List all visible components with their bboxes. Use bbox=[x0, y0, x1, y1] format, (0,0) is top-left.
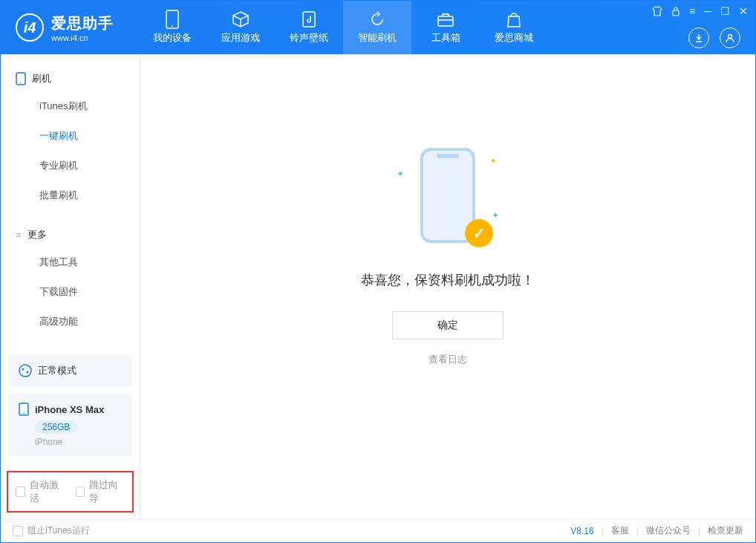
check-icon: ✓ bbox=[465, 219, 493, 247]
close-icon[interactable]: ✕ bbox=[739, 5, 748, 17]
svg-point-1 bbox=[172, 25, 173, 27]
sidebar-header-flash: 刷机 bbox=[1, 66, 140, 91]
body: 刷机 iTunes刷机 一键刷机 专业刷机 批量刷机 ≡ 更多 其他工具 下载固… bbox=[1, 54, 755, 518]
device-icon bbox=[163, 10, 181, 28]
svg-point-7 bbox=[20, 82, 22, 84]
mode-label: 正常模式 bbox=[38, 364, 76, 377]
footer: 阻止iTunes运行 V8.16 | 客服 | 微信公众号 | 检查更新 bbox=[1, 518, 755, 542]
nav-label: 智能刷机 bbox=[358, 31, 397, 45]
svg-rect-3 bbox=[438, 16, 453, 26]
svg-rect-4 bbox=[673, 10, 679, 16]
sidebar-item-itunes[interactable]: iTunes刷机 bbox=[1, 91, 140, 121]
support-link[interactable]: 客服 bbox=[611, 524, 629, 537]
bag-icon bbox=[505, 10, 523, 28]
logo: i4 爱思助手 www.i4.cn bbox=[1, 1, 138, 54]
svg-point-5 bbox=[729, 35, 732, 39]
titlebar-actions bbox=[688, 27, 740, 48]
version-label: V8.16 bbox=[570, 526, 593, 536]
lock-icon[interactable] bbox=[671, 6, 680, 16]
nav-tab-ringtone[interactable]: 铃声壁纸 bbox=[275, 1, 343, 54]
nav-tab-store[interactable]: 爱思商城 bbox=[480, 1, 548, 54]
storage-badge: 256GB bbox=[35, 420, 77, 434]
success-graphic: ✓ ✦ ✦ ✦ bbox=[407, 148, 489, 252]
logo-icon: i4 bbox=[16, 13, 44, 42]
sidebar-item-batch[interactable]: 批量刷机 bbox=[1, 181, 140, 210]
checkbox-box bbox=[16, 487, 25, 497]
nav-tab-device[interactable]: 我的设备 bbox=[138, 1, 206, 54]
toolbox-icon bbox=[437, 10, 454, 28]
nav-tab-apps[interactable]: 应用游戏 bbox=[206, 1, 275, 54]
cube-icon bbox=[232, 10, 250, 28]
checkbox-skip-guide[interactable]: 跳过向导 bbox=[76, 478, 126, 505]
svg-point-9 bbox=[22, 368, 25, 371]
checkbox-label: 阻止iTunes运行 bbox=[27, 524, 90, 537]
app-window: i4 爱思助手 www.i4.cn 我的设备 应用游戏 铃声壁纸 智能刷机 bbox=[0, 0, 756, 543]
phone-icon bbox=[16, 72, 26, 85]
app-name: 爱思助手 bbox=[51, 13, 114, 33]
checkbox-label: 跳过向导 bbox=[89, 478, 125, 505]
sidebar-section-title: 刷机 bbox=[32, 72, 51, 85]
checkbox-auto-activate[interactable]: 自动激活 bbox=[16, 478, 65, 505]
window-controls: ≡ ─ ☐ ✕ bbox=[652, 5, 748, 17]
menu-icon[interactable]: ≡ bbox=[689, 5, 695, 17]
confirm-button[interactable]: 确定 bbox=[392, 311, 504, 339]
shirt-icon[interactable] bbox=[652, 6, 662, 16]
checkbox-box bbox=[76, 487, 85, 497]
download-button[interactable] bbox=[688, 27, 709, 48]
list-icon: ≡ bbox=[16, 230, 22, 241]
sidebar-item-othertools[interactable]: 其他工具 bbox=[1, 247, 140, 277]
svg-point-12 bbox=[23, 413, 25, 414]
titlebar: i4 爱思助手 www.i4.cn 我的设备 应用游戏 铃声壁纸 智能刷机 bbox=[1, 1, 755, 54]
device-type: iPhone bbox=[35, 437, 122, 447]
sidebar: 刷机 iTunes刷机 一键刷机 专业刷机 批量刷机 ≡ 更多 其他工具 下载固… bbox=[1, 54, 140, 518]
options-box: 自动激活 跳过向导 bbox=[7, 471, 134, 513]
sparkle-icon: ✦ bbox=[397, 169, 404, 179]
sparkle-icon: ✦ bbox=[492, 210, 499, 221]
success-message: 恭喜您，保资料刷机成功啦！ bbox=[361, 271, 535, 289]
main-content: ✓ ✦ ✦ ✦ 恭喜您，保资料刷机成功啦！ 确定 查看日志 bbox=[140, 54, 755, 518]
wechat-link[interactable]: 微信公众号 bbox=[646, 524, 691, 537]
update-link[interactable]: 检查更新 bbox=[708, 524, 743, 537]
device-panel[interactable]: iPhone XS Max 256GB iPhone bbox=[8, 394, 132, 456]
sidebar-item-advanced[interactable]: 高级功能 bbox=[1, 307, 140, 336]
nav-tabs: 我的设备 应用游戏 铃声壁纸 智能刷机 工具箱 爱思商城 bbox=[138, 1, 548, 54]
sync-icon bbox=[19, 364, 32, 377]
sidebar-section-title: 更多 bbox=[27, 228, 47, 241]
nav-label: 应用游戏 bbox=[221, 31, 260, 45]
sidebar-item-pro[interactable]: 专业刷机 bbox=[1, 151, 140, 181]
sidebar-item-oneclick[interactable]: 一键刷机 bbox=[1, 121, 140, 151]
svg-point-8 bbox=[19, 365, 31, 377]
app-url: www.i4.cn bbox=[51, 33, 114, 42]
nav-label: 工具箱 bbox=[431, 31, 460, 45]
sidebar-item-firmware[interactable]: 下载固件 bbox=[1, 277, 140, 307]
checkbox-label: 自动激活 bbox=[30, 478, 65, 505]
nav-label: 爱思商城 bbox=[495, 31, 533, 45]
sidebar-header-more: ≡ 更多 bbox=[1, 222, 140, 247]
device-name: iPhone XS Max bbox=[35, 404, 104, 415]
phone-icon bbox=[19, 403, 29, 416]
maximize-icon[interactable]: ☐ bbox=[720, 5, 730, 17]
music-icon bbox=[300, 10, 318, 28]
minimize-icon[interactable]: ─ bbox=[704, 5, 711, 17]
nav-tab-flash[interactable]: 智能刷机 bbox=[343, 1, 411, 54]
checkbox-block-itunes[interactable]: 阻止iTunes运行 bbox=[13, 524, 90, 537]
view-log-link[interactable]: 查看日志 bbox=[428, 353, 467, 366]
nav-tab-toolbox[interactable]: 工具箱 bbox=[411, 1, 480, 54]
nav-label: 铃声壁纸 bbox=[290, 31, 328, 45]
checkbox-box bbox=[13, 526, 23, 536]
nav-label: 我的设备 bbox=[153, 31, 192, 45]
mode-panel[interactable]: 正常模式 bbox=[8, 355, 132, 386]
sparkle-icon: ✦ bbox=[490, 157, 496, 165]
user-button[interactable] bbox=[720, 27, 740, 48]
refresh-icon bbox=[368, 10, 386, 28]
svg-point-10 bbox=[27, 371, 29, 374]
